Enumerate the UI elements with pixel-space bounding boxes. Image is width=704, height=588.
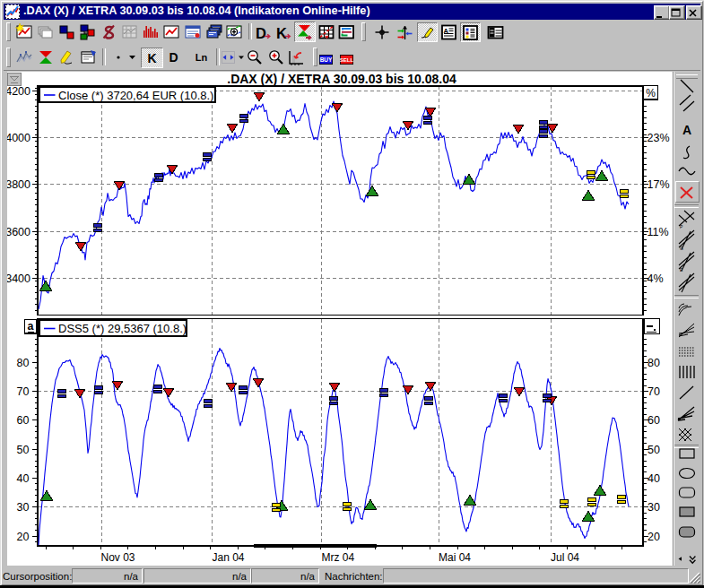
svg-text:SELL: SELL <box>340 57 353 63</box>
svg-text:Jan 04: Jan 04 <box>213 551 245 564</box>
svg-text:A: A <box>682 123 691 137</box>
svg-text:K: K <box>276 25 287 41</box>
svg-text:4200: 4200 <box>7 85 30 98</box>
svg-text:60: 60 <box>648 414 660 427</box>
svg-text:3600: 3600 <box>7 226 30 238</box>
svg-text:40: 40 <box>648 472 660 485</box>
svg-text:Mai 04: Mai 04 <box>439 551 471 564</box>
svg-text:P: P <box>680 224 683 229</box>
svg-text:30: 30 <box>17 501 30 514</box>
svg-text:17%: 17% <box>648 178 670 191</box>
svg-text:%: % <box>646 87 656 99</box>
svg-text:3400: 3400 <box>7 272 30 285</box>
svg-text:20: 20 <box>648 531 660 543</box>
svg-text:3800: 3800 <box>7 178 30 191</box>
svg-text:G: G <box>680 246 683 251</box>
svg-text:70: 70 <box>17 385 30 398</box>
svg-text:70: 70 <box>648 385 660 398</box>
svg-text:11%: 11% <box>648 226 669 238</box>
svg-text:DSS5 (*) 29,5367 (10.8.): DSS5 (*) 29,5367 (10.8.) <box>58 322 187 335</box>
svg-text:50: 50 <box>648 444 660 456</box>
svg-text:20: 20 <box>17 531 30 543</box>
svg-text:80: 80 <box>648 357 660 369</box>
svg-text:Close (*) 3720,64 EUR (10.8.): Close (*) 3720,64 EUR (10.8.) <box>58 89 213 102</box>
svg-text:BUY: BUY <box>320 56 333 63</box>
svg-text:Jul 04: Jul 04 <box>551 551 579 564</box>
svg-text:4000: 4000 <box>7 132 30 144</box>
svg-text:40: 40 <box>17 472 30 485</box>
svg-text:a: a <box>28 320 35 333</box>
svg-text:30: 30 <box>648 501 660 514</box>
svg-text:60: 60 <box>17 414 30 427</box>
svg-text:D: D <box>256 25 266 41</box>
svg-text:.DAX (X) / XETRA 30.09.03 bis: .DAX (X) / XETRA 30.09.03 bis 10.08.04 <box>227 72 456 86</box>
svg-text:80: 80 <box>17 357 30 369</box>
svg-text:50: 50 <box>17 444 30 456</box>
svg-text:23%: 23% <box>648 132 670 144</box>
svg-text:Nov 03: Nov 03 <box>101 551 135 564</box>
svg-text:Mrz 04: Mrz 04 <box>322 551 355 564</box>
svg-text:4%: 4% <box>648 272 664 285</box>
